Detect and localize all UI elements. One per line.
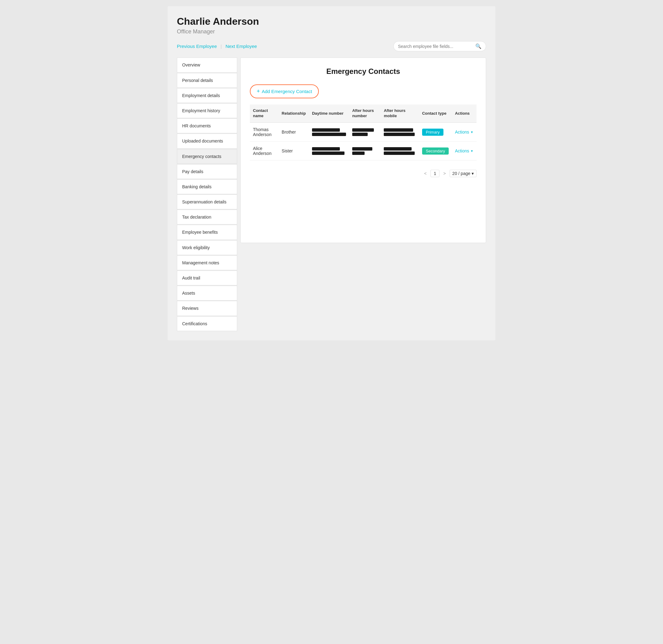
actions-1[interactable]: Actions ▼: [452, 123, 477, 142]
table-row: Alice Anderson Sister: [250, 142, 477, 160]
sidebar-item-overview[interactable]: Overview: [177, 58, 237, 72]
search-input[interactable]: [398, 44, 475, 49]
section-title: Emergency Contacts: [250, 67, 477, 76]
main-layout: Overview Personal details Employment det…: [177, 58, 486, 331]
after-hours-number-2: [349, 142, 381, 160]
redacted-after-2: [352, 147, 372, 151]
sidebar-item-employment-history[interactable]: Employment history: [177, 103, 237, 118]
redacted-daytime-2: [312, 147, 340, 151]
content-area: Emergency Contacts + Add Emergency Conta…: [240, 58, 486, 243]
page-size-chevron-icon: ▾: [472, 171, 474, 176]
actions-button-1[interactable]: Actions ▼: [455, 130, 474, 135]
next-page-arrow[interactable]: >: [441, 170, 448, 177]
relationship-2: Sister: [279, 142, 309, 160]
table-header-row: Contact name Relationship Daytime number…: [250, 105, 477, 122]
table-header: Contact name Relationship Daytime number…: [250, 105, 477, 122]
redacted-after-2b: [352, 152, 365, 155]
th-relationship: Relationship: [279, 105, 309, 122]
redacted-mobile-2: [384, 147, 412, 151]
sidebar-item-work-eligibility[interactable]: Work eligibility: [177, 240, 237, 255]
plus-icon: +: [257, 88, 260, 95]
search-icon[interactable]: 🔍: [475, 43, 481, 49]
chevron-down-icon: ▼: [470, 149, 474, 153]
employee-title: Office Manager: [177, 28, 486, 35]
sidebar-item-personal-details[interactable]: Personal details: [177, 73, 237, 88]
add-button-label: Add Emergency Contact: [262, 89, 312, 94]
relationship-1: Brother: [279, 123, 309, 142]
table-row: Thomas Anderson Brother: [250, 123, 477, 142]
th-after-hours-mobile: After hours mobile: [381, 105, 419, 122]
after-hours-mobile-2: [381, 142, 419, 160]
nav-links: Previous Employee | Next Employee: [177, 44, 257, 49]
contact-type-2: Secondary: [419, 142, 452, 160]
nav-bar: Previous Employee | Next Employee 🔍: [177, 41, 486, 51]
redacted-daytime-2b: [312, 152, 344, 155]
daytime-number-1: [309, 123, 349, 142]
page-wrapper: Charlie Anderson Office Manager Previous…: [167, 6, 496, 340]
redacted-mobile-1: [384, 128, 413, 132]
redacted-mobile-1b: [384, 133, 415, 136]
redacted-daytime-1b: [312, 133, 346, 136]
sidebar-item-assets[interactable]: Assets: [177, 286, 237, 300]
contact-type-1: Primary: [419, 123, 452, 142]
next-employee-link[interactable]: Next Employee: [225, 44, 257, 49]
th-actions: Actions: [452, 105, 477, 122]
after-hours-number-1: [349, 123, 381, 142]
sidebar-item-reviews[interactable]: Reviews: [177, 301, 237, 316]
sidebar-item-audit-trail[interactable]: Audit trail: [177, 271, 237, 285]
badge-primary: Primary: [422, 129, 443, 136]
sidebar-item-banking-details[interactable]: Banking details: [177, 179, 237, 194]
contacts-table: Contact name Relationship Daytime number…: [250, 105, 477, 160]
redacted-after-1b: [352, 133, 368, 136]
actions-2[interactable]: Actions ▼: [452, 142, 477, 160]
sidebar-item-management-notes[interactable]: Management notes: [177, 255, 237, 270]
sidebar-item-employee-benefits[interactable]: Employee benefits: [177, 225, 237, 239]
sidebar-item-tax-declaration[interactable]: Tax declaration: [177, 210, 237, 225]
chevron-down-icon: ▼: [470, 131, 474, 134]
prev-page-arrow[interactable]: <: [422, 170, 428, 177]
sidebar-item-hr-documents[interactable]: HR documents: [177, 118, 237, 133]
th-after-hours-number: After hours number: [349, 105, 381, 122]
current-page-number[interactable]: 1: [431, 170, 440, 177]
page-size-selector[interactable]: 20 / page ▾: [450, 170, 477, 177]
employee-header: Charlie Anderson Office Manager: [177, 16, 486, 35]
page-size-label: 20 / page: [452, 171, 470, 176]
th-contact-type: Contact type: [419, 105, 452, 122]
sidebar-item-superannuation-details[interactable]: Superannuation details: [177, 194, 237, 209]
redacted-mobile-2b: [384, 152, 415, 155]
employee-name: Charlie Anderson: [177, 16, 486, 27]
contact-name-2: Alice Anderson: [250, 142, 279, 160]
sidebar-item-emergency-contacts[interactable]: Emergency contacts: [177, 149, 237, 164]
sidebar-item-pay-details[interactable]: Pay details: [177, 164, 237, 179]
search-container: 🔍: [393, 41, 486, 51]
pagination: < 1 > 20 / page ▾: [250, 167, 477, 177]
actions-button-2[interactable]: Actions ▼: [455, 148, 474, 153]
nav-separator: |: [221, 44, 222, 49]
previous-employee-link[interactable]: Previous Employee: [177, 44, 217, 49]
redacted-daytime-1: [312, 128, 340, 132]
th-contact-name: Contact name: [250, 105, 279, 122]
sidebar-item-uploaded-documents[interactable]: Uploaded documents: [177, 134, 237, 148]
after-hours-mobile-1: [381, 123, 419, 142]
sidebar-item-certifications[interactable]: Certifications: [177, 316, 237, 331]
table-body: Thomas Anderson Brother: [250, 123, 477, 160]
daytime-number-2: [309, 142, 349, 160]
th-daytime-number: Daytime number: [309, 105, 349, 122]
sidebar-item-employment-details[interactable]: Employment details: [177, 88, 237, 103]
add-emergency-contact-button[interactable]: + Add Emergency Contact: [250, 85, 319, 98]
sidebar: Overview Personal details Employment det…: [177, 58, 237, 331]
contact-name-1: Thomas Anderson: [250, 123, 279, 142]
badge-secondary: Secondary: [422, 147, 449, 155]
redacted-after-1: [352, 128, 374, 132]
